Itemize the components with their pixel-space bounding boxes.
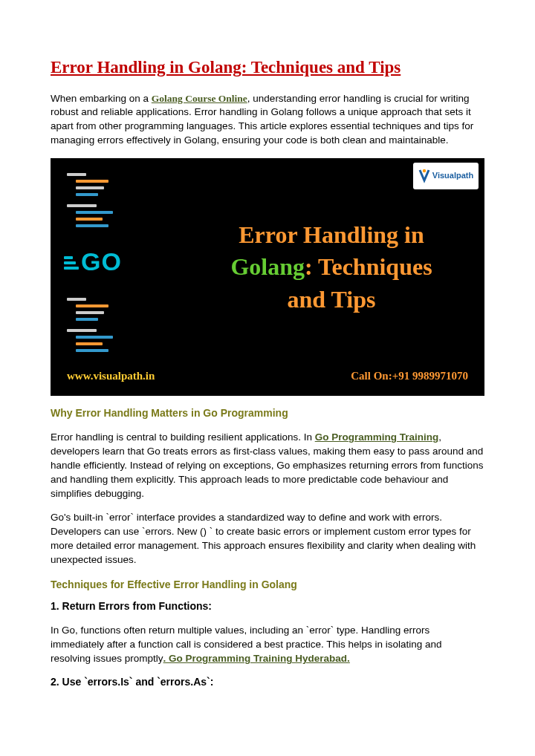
visualpath-logo: Visualpath	[413, 163, 479, 189]
go-training-hyderabad-link[interactable]: . Go Programming Training Hyderabad.	[163, 653, 350, 664]
intro-text-1: When embarking on a	[51, 93, 152, 104]
svg-point-0	[423, 169, 426, 172]
golang-course-online-link[interactable]: Golang Course Online	[152, 93, 247, 104]
intro-paragraph: When embarking on a Golang Course Online…	[51, 92, 484, 149]
hl-line3: and Tips	[288, 286, 376, 313]
banner-phone: Call On:+91 9989971070	[351, 368, 468, 384]
banner-url: www.visualpath.in	[67, 368, 155, 384]
code-decoration-bottom	[67, 298, 113, 356]
page-title: Error Handling in Golang: Techniques and…	[51, 56, 484, 79]
go-text: GO	[81, 247, 122, 276]
technique-1-para: In Go, functions often return multiple v…	[51, 624, 484, 666]
section-heading-techniques: Techniques for Effective Error Handling …	[51, 578, 484, 593]
code-decoration-top	[67, 173, 113, 231]
go-programming-training-link[interactable]: Go Programming Training	[315, 431, 439, 443]
banner-headline: Error Handling in Golang: Techniques and…	[183, 219, 480, 316]
hl-golang: Golang	[230, 253, 305, 280]
promo-banner: Visualpath GO Error Handling in Golang: …	[51, 158, 484, 396]
why-p1: Error handling is central to building re…	[51, 431, 484, 501]
logo-text: Visualpath	[432, 170, 473, 181]
go-logo: GO	[64, 244, 122, 280]
hl-line1: Error Handling in	[239, 221, 424, 248]
why-p2: Go's built-in `error` interface provides…	[51, 511, 484, 567]
section-heading-why: Why Error Handling Matters in Go Program…	[51, 406, 484, 421]
technique-1-heading: 1. Return Errors from Functions:	[51, 599, 484, 614]
why-p1-a: Error handling is central to building re…	[51, 431, 315, 443]
hl-line2b: : Techniques	[305, 253, 432, 280]
technique-2-heading: 2. Use `errors.Is` and `errors.As`:	[51, 675, 484, 690]
